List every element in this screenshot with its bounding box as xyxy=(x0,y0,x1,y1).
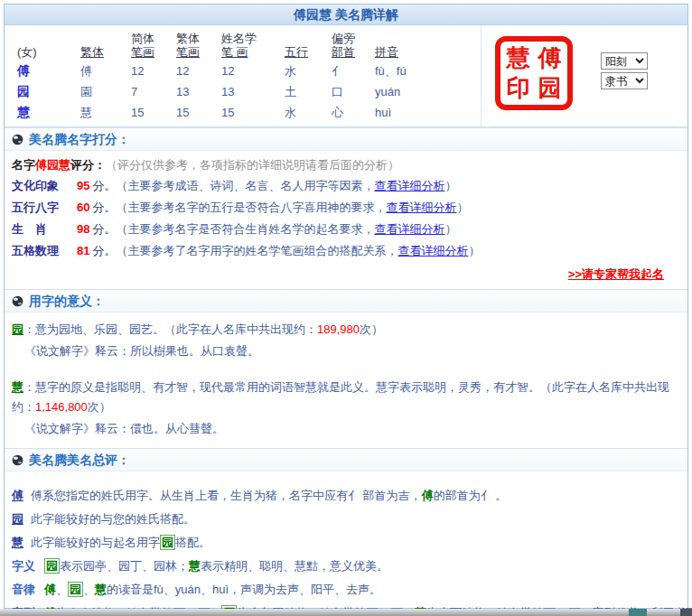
score-row-zodiac: 生 肖98分。（主要参考名字是否符合生肖姓名学的起名要求，查看详细分析） xyxy=(12,219,680,240)
summary-text: 园表示园亭、园丁、园林；慧表示精明、聪明、慧黠，意义优美。 xyxy=(44,558,388,574)
seal-carve-select[interactable]: 阳刻 xyxy=(601,52,648,70)
score-desc: （主要参考了名字用字的姓名学笔画组合的搭配关系， xyxy=(116,244,397,257)
score-row-culture: 文化印象95分。（主要参考成语、诗词、名言、名人用字等因素，查看详细分析） xyxy=(12,175,680,197)
ask-expert-link[interactable]: >>请专家帮我起名 xyxy=(568,267,664,281)
summary-char-line: 园此字能较好的与您的姓氏搭配。 xyxy=(12,508,680,531)
summary-char-line: 慧此字能较好的与起名用字园搭配。 xyxy=(12,531,680,555)
name-char-link[interactable]: 慧 xyxy=(17,103,73,122)
vertical-divider xyxy=(481,25,482,126)
seal-char: 傅 xyxy=(538,45,562,72)
meaning-text: ：慧字的原义是指聪明、有才智，现代最常用的词语智慧就是此义。慧字表示聪明，灵秀，… xyxy=(12,380,669,414)
name-char-link[interactable]: 傅 xyxy=(17,61,73,80)
score-row-wuge: 五格数理81分。（主要参考了名字用字的姓名学笔画组合的搭配关系，查看详细分析） xyxy=(12,240,680,262)
score-value: 60 xyxy=(77,201,89,214)
simplified-strokes: 15 xyxy=(131,103,169,122)
score-unit: 分。 xyxy=(92,179,116,192)
detail-analysis-link[interactable]: 查看详细分析 xyxy=(397,244,468,257)
col-traditional-strokes-l1: 繁体 xyxy=(176,32,214,45)
xingming-strokes: 15 xyxy=(221,103,277,122)
seal-char: 印 xyxy=(507,75,530,102)
detail-analysis-link[interactable]: 查看详细分析 xyxy=(374,222,444,236)
section-char-meaning: 用字的意义： 园：意为园地、乐园、园艺。（此字在人名库中共出现约：189,980… xyxy=(5,289,687,448)
traditional-strokes: 15 xyxy=(176,103,214,122)
section-name-scoring: 美名腾名字打分： 名字傅园慧评分：（评分仅供参考，各项指标的详细说明请看后面的分… xyxy=(5,127,687,289)
page-title: 傅园慧 美名腾详解 xyxy=(5,5,687,25)
strip-teal-segment xyxy=(629,609,647,616)
summary-label-line: 音律傅、园、慧的读音是fù、yuán、huì，声调为去声、阳平、去声。 xyxy=(12,578,680,602)
five-element: 水 xyxy=(285,103,324,122)
score-desc: （主要参考成语、诗词、名言、名人用字等因素， xyxy=(116,179,374,192)
scoring-body: 名字傅园慧评分：（评分仅供参考，各项指标的详细说明请看后面的分析） 文化印象95… xyxy=(5,151,687,289)
section-title: 美名腾美名总评： xyxy=(29,449,130,471)
score-desc-tail: ） xyxy=(444,179,456,192)
radical: 口 xyxy=(332,82,368,101)
col-traditional[interactable]: 繁体 xyxy=(80,45,124,60)
summary-text: 傅系您指定的姓氏用字。从生肖上看，生肖为猪，名字中应有亻 部首为吉，傅的部首为亻… xyxy=(31,489,507,502)
pinyin: yuán xyxy=(375,82,435,101)
seal-char: 慧 xyxy=(507,45,530,72)
table-row: 慧 慧 15 15 15 水 心 huì xyxy=(14,102,438,123)
pinyin: huì xyxy=(375,103,435,122)
globe-icon xyxy=(12,454,23,466)
score-desc-tail: ） xyxy=(456,201,468,214)
name-seal-image: 慧 傅 印 园 xyxy=(495,36,573,110)
seal-char: 园 xyxy=(538,75,562,102)
meaning-entry: 慧：慧字的原义是指聪明、有才智，现代最常用的词语智慧就是此义。慧字表示聪明，灵秀… xyxy=(12,378,680,417)
summary-label-line: 字义园表示园亭、园丁、园林；慧表示精明、聪明、慧黠，意义优美。 xyxy=(12,555,680,578)
section-header: 用字的意义： xyxy=(5,290,687,313)
seal-font-select[interactable]: 隶书 xyxy=(601,72,648,89)
globe-icon xyxy=(12,134,23,145)
meaning-char-link[interactable]: 慧 xyxy=(12,380,23,394)
score-desc: （主要参考名字的五行是否符合八字喜用神的要求， xyxy=(116,201,386,214)
xingming-strokes: 13 xyxy=(221,82,277,101)
detail-analysis-link[interactable]: 查看详细分析 xyxy=(374,179,444,192)
meaning-char-link[interactable]: 园 xyxy=(12,322,23,336)
col-radical-l1: 偏旁 xyxy=(332,32,368,45)
gender-label: (女) xyxy=(17,45,73,60)
strip-dark-segment xyxy=(680,609,692,616)
name-character-table: (女) 繁体 简体笔画 繁体笔画 姓名学笔 画 五行 偏旁部首 拼音 傅 傅 1… xyxy=(14,31,438,123)
traditional-strokes: 13 xyxy=(176,82,214,101)
name-detail-panel: 傅园慧 美名腾详解 (女) 繁体 简体笔画 繁体笔画 姓名学笔 画 五行 偏旁部… xyxy=(4,4,688,609)
table-row: 傅 傅 12 12 12 水 亻 fù、fú xyxy=(14,61,438,81)
meaning-entry: 园：意为园地、乐园、园艺。（此字在人名库中共出现约：189,980次） xyxy=(12,320,680,340)
shuowen-quote: 《说文解字》释云：儇也。从心彗聲。 xyxy=(24,419,680,439)
score-value: 95 xyxy=(77,179,89,192)
col-simplified-strokes-l1: 简体 xyxy=(131,32,169,45)
radical: 亻 xyxy=(332,61,368,80)
summary-char-link[interactable]: 傅 xyxy=(12,489,23,502)
name-char-link[interactable]: 园 xyxy=(17,82,73,101)
col-radical[interactable]: 部首 xyxy=(332,45,368,60)
shuowen-quote: 《说文解字》释云：所以樹果也。从口袁聲。 xyxy=(24,341,680,361)
table-row: 园 園 7 13 13 土 口 yuán xyxy=(14,81,438,102)
col-simplified-strokes[interactable]: 笔画 xyxy=(131,45,169,60)
score-unit: 分。 xyxy=(92,222,116,236)
score-row-bazi: 五行八字60分。（主要参考名字的五行是否符合八字喜用神的要求，查看详细分析） xyxy=(12,197,680,219)
score-label: 五行八字 xyxy=(12,197,77,219)
score-desc-tail: ） xyxy=(468,244,480,257)
bottom-status-strip xyxy=(0,609,692,616)
meaning-body: 园：意为园地、乐园、园艺。（此字在人名库中共出现约：189,980次） 《说文解… xyxy=(5,313,687,448)
summary-text: 此字能较好的与您的姓氏搭配。 xyxy=(31,512,195,526)
col-xingming-strokes[interactable]: 笔 画 xyxy=(221,45,277,60)
traditional-strokes: 12 xyxy=(176,61,214,80)
globe-icon xyxy=(12,295,23,307)
col-traditional-strokes[interactable]: 笔画 xyxy=(176,45,214,60)
radical: 心 xyxy=(332,103,368,122)
section-title: 美名腾名字打分： xyxy=(29,128,130,150)
five-element: 水 xyxy=(285,61,324,80)
col-pinyin[interactable]: 拼音 xyxy=(375,45,435,60)
five-element: 土 xyxy=(285,82,324,101)
summary-char-link[interactable]: 园 xyxy=(12,512,23,526)
section-header: 美名腾名字打分： xyxy=(5,128,687,151)
detail-analysis-link[interactable]: 查看详细分析 xyxy=(386,201,456,214)
score-desc-tail: ） xyxy=(444,222,456,236)
col-five-elements[interactable]: 五行 xyxy=(285,45,324,60)
summary-label: 音律 xyxy=(12,583,35,596)
score-desc: （主要参考名字是否符合生肖姓名学的起名要求， xyxy=(116,222,374,236)
score-unit: 分。 xyxy=(92,201,116,214)
summary-char-link[interactable]: 慧 xyxy=(12,536,23,549)
traditional-char: 園 xyxy=(80,82,124,101)
col-xingming-strokes-l1: 姓名学 xyxy=(221,32,277,45)
score-value: 81 xyxy=(77,244,89,257)
